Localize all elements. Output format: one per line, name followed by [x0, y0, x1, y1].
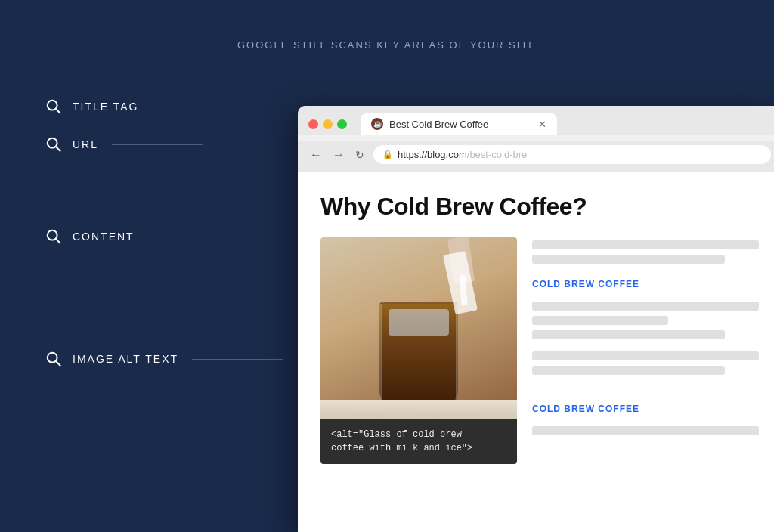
text-line — [532, 366, 725, 375]
search-icon-content — [45, 228, 62, 245]
browser-chrome: ☕ Best Cold Brew Coffee ✕ — [298, 106, 774, 135]
search-icon-url — [45, 136, 62, 153]
text-line — [532, 240, 759, 249]
keyword-badge-1: COLD BREW COFFEE — [532, 279, 759, 289]
keyword-badge-2: COLD BREW COFFEE — [532, 404, 759, 414]
svg-point-2 — [48, 138, 57, 148]
tab-favicon: ☕ — [371, 118, 383, 130]
address-bar[interactable]: 🔒 https://blog.com/best-cold-bre — [373, 145, 771, 164]
content-line — [148, 237, 239, 237]
url-text: https://blog.com/best-cold-bre — [398, 149, 527, 160]
browser-tab[interactable]: ☕ Best Cold Brew Coffee ✕ — [361, 113, 557, 135]
text-line — [532, 351, 759, 360]
search-icon-image-alt — [45, 351, 62, 367]
sidebar-item-title-tag: TITLE TAG — [45, 98, 283, 115]
right-content-area: COLD BREW COFFEE COLD BREW COFFEE — [532, 237, 759, 440]
text-line — [532, 316, 668, 325]
sidebar: TITLE TAG URL CONTENT IMAGE ALT TEXT — [45, 98, 283, 367]
svg-line-1 — [56, 109, 60, 113]
sidebar-label-title-tag: TITLE TAG — [73, 101, 139, 113]
browser-content: Why Cold Brew Coffee? <alt="Glass of col… — [298, 172, 774, 532]
sidebar-item-image-alt: IMAGE ALT TEXT — [45, 351, 283, 367]
maximize-dot[interactable] — [337, 119, 347, 129]
svg-line-5 — [56, 239, 60, 243]
svg-line-3 — [56, 147, 60, 151]
address-bar-row: ← → ↻ 🔒 https://blog.com/best-cold-bre — [298, 141, 774, 172]
url-domain: https://blog.com — [398, 149, 467, 160]
svg-point-4 — [48, 230, 57, 240]
sidebar-item-content: CONTENT — [45, 228, 283, 245]
sidebar-label-content: CONTENT — [73, 230, 135, 243]
text-line — [532, 426, 759, 435]
tab-close-button[interactable]: ✕ — [538, 119, 546, 130]
url-line — [112, 144, 203, 145]
close-dot[interactable] — [308, 119, 318, 129]
svg-point-6 — [48, 353, 57, 363]
search-icon-title — [45, 98, 62, 115]
text-lines-group-2 — [532, 302, 759, 339]
sidebar-label-url: URL — [73, 138, 98, 150]
minimize-dot[interactable] — [323, 119, 333, 129]
text-line — [532, 330, 725, 339]
alt-tag-overlay: <alt="Glass of cold brew coffee with mil… — [320, 419, 517, 464]
tab-title: Best Cold Brew Coffee — [389, 119, 526, 130]
url-path: /best-cold-bre — [467, 149, 527, 160]
lock-icon: 🔒 — [382, 150, 393, 159]
title-tag-line — [153, 107, 243, 107]
content-row: <alt="Glass of cold brew coffee with mil… — [320, 237, 759, 464]
back-button[interactable]: ← — [308, 148, 324, 162]
text-line — [532, 302, 759, 311]
browser-title-bar: ☕ Best Cold Brew Coffee ✕ — [308, 113, 771, 135]
forward-button[interactable]: → — [331, 148, 346, 162]
page-heading: GOOGLE STILL SCANS KEY AREAS OF YOUR SIT… — [0, 0, 774, 73]
svg-point-0 — [48, 101, 57, 110]
page-title: Why Cold Brew Coffee? — [320, 193, 759, 221]
sidebar-item-url: URL — [45, 136, 283, 153]
svg-line-7 — [56, 361, 60, 366]
text-lines-group-3 — [532, 351, 759, 375]
text-lines-group-4 — [532, 426, 759, 435]
refresh-button[interactable]: ↻ — [354, 149, 366, 161]
sidebar-label-image-alt: IMAGE ALT TEXT — [73, 353, 178, 365]
text-lines-group-1 — [532, 240, 759, 264]
text-line — [532, 255, 725, 264]
article-image — [320, 237, 517, 419]
image-alt-line — [192, 359, 283, 360]
article-image-container: <alt="Glass of cold brew coffee with mil… — [320, 237, 517, 464]
traffic-lights — [308, 119, 347, 129]
browser-mockup: ☕ Best Cold Brew Coffee ✕ ← → ↻ 🔒 https:… — [298, 106, 774, 532]
